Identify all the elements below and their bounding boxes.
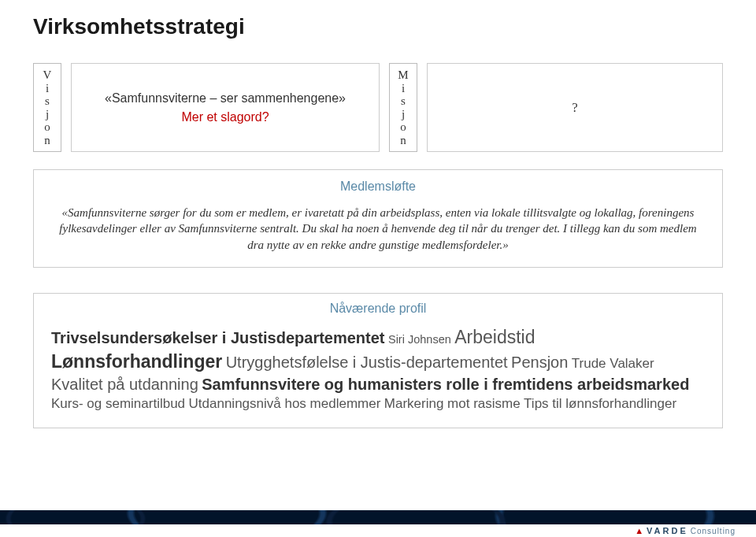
mission-label-letter: j bbox=[402, 108, 405, 121]
profil-header: Nåværende profil bbox=[51, 302, 705, 316]
vision-line2: Mer et slagord? bbox=[181, 110, 269, 124]
cloud-word: Utdanningsnivå hos medlemmer bbox=[189, 396, 381, 411]
medlemslofte-header: Medlemsløfte bbox=[56, 180, 700, 194]
cloud-word: Markering mot rasisme bbox=[384, 396, 521, 411]
vision-label-letter: i bbox=[46, 82, 49, 95]
brand-sub: Consulting bbox=[691, 527, 736, 535]
cloud-word: Kurs- og seminartilbud bbox=[51, 396, 185, 411]
vision-box: «Samfunnsviterne – ser sammenhengene» Me… bbox=[71, 63, 380, 152]
brand-logo: ▲VARDEConsulting bbox=[635, 526, 736, 535]
medlemslofte-box: Medlemsløfte «Samfunnsviterne sørger for… bbox=[33, 169, 723, 268]
mission-label-letter: M bbox=[398, 69, 408, 82]
cloud-word: Arbeidstid bbox=[454, 327, 535, 347]
vision-label-letter: n bbox=[44, 134, 50, 147]
mission-label-letter: n bbox=[400, 134, 406, 147]
mission-label-letter: i bbox=[402, 82, 405, 95]
vision-label-letter: V bbox=[43, 69, 52, 82]
cloud-word: Samfunnsvitere og humanisters rolle i fr… bbox=[202, 376, 689, 393]
cloud-word: Tips til lønnsforhandlinger bbox=[524, 396, 676, 411]
cloud-word: Siri Johnsen bbox=[388, 333, 451, 346]
profil-box: Nåværende profil Trivselsundersøkelser i… bbox=[33, 293, 723, 428]
vision-label-letter: o bbox=[44, 120, 50, 134]
cloud-word: Kvalitet på utdanning bbox=[51, 376, 198, 393]
vision-label-letter: j bbox=[46, 108, 49, 121]
cloud-word: Trude Valaker bbox=[572, 356, 654, 371]
mission-box: ? bbox=[427, 63, 723, 152]
vision-mission-row: Visjon «Samfunnsviterne – ser sammenheng… bbox=[33, 63, 723, 152]
cloud-word: Trivselsundersøkelser i Justisdepartemen… bbox=[51, 329, 385, 346]
cloud-word: Utrygghetsfølelse i Justis-departementet bbox=[226, 354, 508, 371]
footer: ▲VARDEConsulting bbox=[0, 510, 756, 537]
mission-label-letter: s bbox=[401, 94, 406, 108]
cloud-word: Lønnsforhandlinger bbox=[51, 351, 222, 372]
vision-line1: «Samfunnsviterne – ser sammenhengene» bbox=[105, 91, 346, 106]
mission-label-letter: o bbox=[400, 120, 406, 134]
brand-name: VARDE bbox=[647, 526, 688, 535]
page-title: Virksomhetsstrategi bbox=[33, 14, 723, 39]
vision-label: Visjon bbox=[33, 63, 61, 152]
brand-triangle-icon: ▲ bbox=[635, 526, 645, 535]
profil-wordcloud: Trivselsundersøkelser i Justisdepartemen… bbox=[51, 325, 705, 413]
medlemslofte-body: «Samfunnsviterne sørger for du som er me… bbox=[56, 205, 700, 253]
footer-decoration bbox=[0, 510, 756, 524]
vision-label-letter: s bbox=[45, 94, 50, 108]
mission-label: Misjon bbox=[389, 63, 417, 152]
mission-content: ? bbox=[572, 101, 577, 115]
cloud-word: Pensjon bbox=[511, 354, 568, 371]
